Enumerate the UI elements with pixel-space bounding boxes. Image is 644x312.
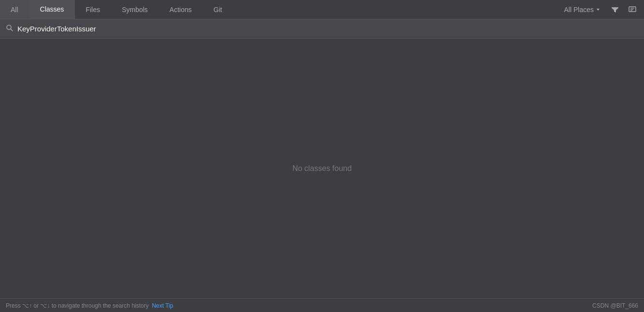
svg-line-6 [11, 29, 13, 31]
tab-files[interactable]: Files [75, 0, 111, 19]
filter-button[interactable] [608, 4, 622, 15]
status-bar: Press ⌥↑ or ⌥↓ to navigate through the s… [0, 298, 644, 312]
chevron-down-icon [596, 6, 600, 14]
preview-button[interactable] [626, 4, 639, 15]
no-results-message: No classes found [293, 164, 352, 173]
status-right-text: CSDN @BIT_666 [592, 302, 638, 309]
tab-git[interactable]: Git [203, 0, 234, 19]
tab-bar: All Classes Files Symbols Actions Git Al… [0, 0, 644, 19]
filter-icon [611, 6, 619, 14]
svg-marker-0 [597, 9, 600, 11]
preview-icon [629, 6, 636, 14]
tab-right-controls: All Places [560, 4, 644, 15]
tab-classes[interactable]: Classes [29, 0, 75, 19]
tab-symbols[interactable]: Symbols [111, 0, 159, 19]
search-bar [0, 19, 644, 39]
places-label: All Places [564, 6, 594, 14]
tab-actions[interactable]: Actions [159, 0, 203, 19]
content-area: No classes found [0, 39, 644, 298]
places-dropdown[interactable]: All Places [560, 4, 604, 15]
tab-all[interactable]: All [0, 0, 29, 19]
status-tip-text: Press ⌥↑ or ⌥↓ to navigate through the s… [6, 302, 173, 309]
search-icon [6, 24, 14, 34]
next-tip-link[interactable]: Next Tip [152, 302, 173, 309]
search-input[interactable] [17, 25, 638, 33]
